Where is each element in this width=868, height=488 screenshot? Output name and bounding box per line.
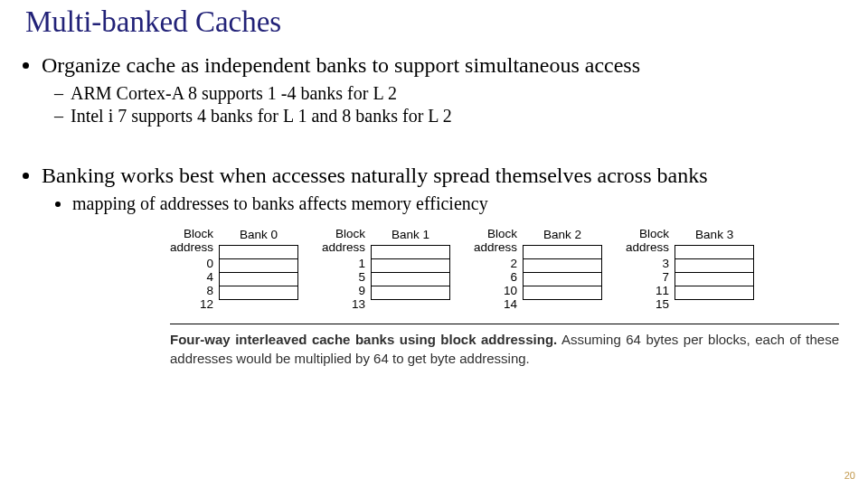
bank-table (219, 245, 298, 300)
bank-diagram: Blockaddress04812Bank 0Blockaddress15913… (170, 228, 843, 311)
table-row (524, 273, 601, 286)
block-address-value: 15 (626, 297, 669, 311)
bullet-list: Organize cache as independent banks to s… (25, 52, 843, 127)
table-row (220, 259, 297, 273)
bullet-list-2: Banking works best when accesses natural… (25, 162, 843, 215)
block-address-value: 6 (474, 270, 517, 284)
bank-table (371, 245, 450, 300)
bank-label: Bank 0 (219, 228, 298, 241)
table-row (220, 286, 297, 299)
slide-title: Multi-banked Caches (25, 5, 843, 39)
bullet-1b: Intel i 7 supports 4 banks for L 1 and 8… (54, 105, 843, 127)
figure-caption: Four-way interleaved cache banks using b… (170, 324, 839, 370)
block-address-value: 12 (170, 297, 213, 311)
block-address-value: 3 (626, 257, 669, 270)
block-address-value: 13 (322, 297, 365, 311)
table-row (372, 259, 449, 273)
block-address-value: 2 (474, 257, 517, 270)
block-address-header: Blockaddress (626, 228, 669, 255)
table-row (372, 246, 449, 259)
bullet-2a: mapping of addresses to banks affects me… (72, 192, 843, 215)
table-row (524, 286, 601, 299)
bank-label: Bank 2 (523, 228, 602, 241)
block-address-value: 4 (170, 270, 213, 284)
bank-1: Blockaddress15913Bank 1 (322, 228, 450, 311)
block-address-header: Blockaddress (322, 228, 365, 255)
block-address-value: 8 (170, 284, 213, 297)
block-address-value: 7 (626, 270, 669, 284)
bullet-1: Organize cache as independent banks to s… (42, 52, 843, 127)
page-number: 20 (844, 470, 855, 481)
table-row (220, 273, 297, 286)
block-address-value: 14 (474, 297, 517, 311)
table-row (372, 286, 449, 299)
bullet-2: Banking works best when accesses natural… (42, 162, 843, 215)
block-address-header: Blockaddress (170, 228, 213, 255)
bank-0: Blockaddress04812Bank 0 (170, 228, 298, 311)
bank-2: Blockaddress261014Bank 2 (474, 228, 602, 311)
block-address-value: 10 (474, 284, 517, 297)
table-row (675, 259, 753, 273)
table-row (524, 246, 601, 259)
bank-label: Bank 1 (371, 228, 450, 241)
bank-table (523, 245, 602, 300)
table-row (524, 259, 601, 273)
bullet-2-text: Banking works best when accesses natural… (42, 164, 707, 187)
table-row (372, 273, 449, 286)
bank-table (675, 245, 754, 300)
bullet-1-text: Organize cache as independent banks to s… (42, 53, 640, 77)
block-address-value: 1 (322, 257, 365, 270)
block-address-value: 5 (322, 270, 365, 284)
table-row (220, 246, 297, 259)
block-address-value: 0 (170, 257, 213, 270)
bank-3: Blockaddress371115Bank 3 (626, 228, 754, 311)
caption-bold: Four-way interleaved cache banks using b… (170, 332, 557, 347)
block-address-value: 11 (626, 284, 669, 297)
table-row (675, 273, 753, 286)
table-row (675, 246, 753, 259)
bank-label: Bank 3 (675, 228, 754, 241)
table-row (675, 286, 753, 299)
block-address-header: Blockaddress (474, 228, 517, 255)
block-address-value: 9 (322, 284, 365, 297)
bullet-1a: ARM Cortex-A 8 supports 1 -4 banks for L… (54, 82, 843, 105)
